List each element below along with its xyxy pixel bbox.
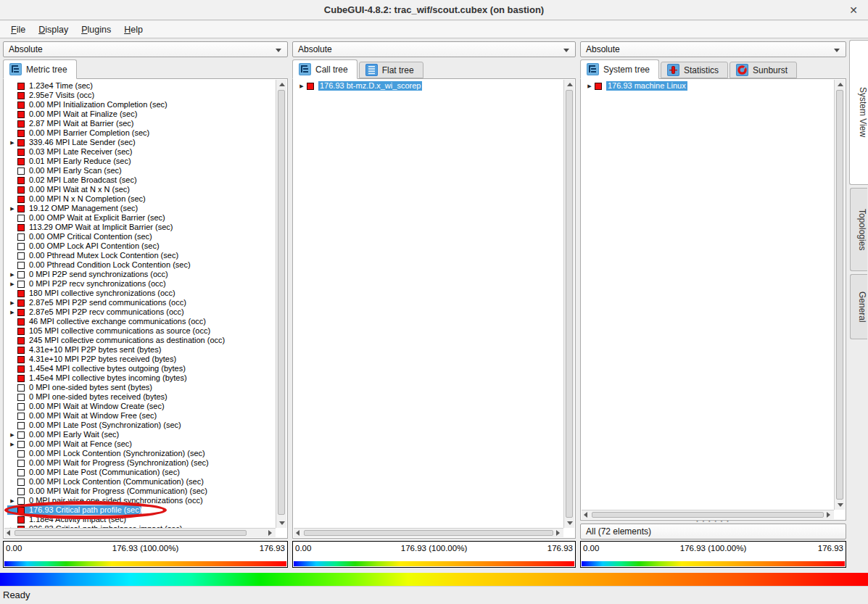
tree-row[interactable]: ▶339.46 MPI Late Sender (sec) bbox=[7, 138, 136, 147]
expand-arrow-icon[interactable]: ▶ bbox=[584, 81, 595, 91]
side-tab-general[interactable]: General bbox=[850, 274, 867, 339]
tree-row[interactable]: 0.00 MPI Lock Contention (Synchronizatio… bbox=[7, 449, 205, 458]
scroll-down-icon[interactable] bbox=[277, 518, 286, 528]
scroll-up-icon[interactable] bbox=[835, 80, 845, 89]
system-tree-vscrollbar[interactable] bbox=[834, 80, 845, 510]
tree-row[interactable]: 0.00 MPI Wait for Progress (Communicatio… bbox=[7, 487, 207, 496]
metric-tree-vscrollbar[interactable] bbox=[276, 80, 286, 528]
tree-row[interactable]: ▶2.87e5 MPI P2P recv communications (occ… bbox=[7, 307, 184, 317]
expand-arrow-icon[interactable]: ▶ bbox=[7, 204, 17, 213]
tree-row[interactable]: 180 MPI collective synchronizations (occ… bbox=[7, 289, 175, 298]
tree-row[interactable]: 0.01 MPI Early Reduce (sec) bbox=[7, 157, 131, 166]
scroll-right-icon[interactable] bbox=[554, 529, 563, 538]
tree-row[interactable]: 0.00 Pthread Mutex Lock Contention (sec) bbox=[7, 251, 178, 260]
tree-row[interactable]: ▶0 MPI P2P recv synchronizations (occ) bbox=[7, 279, 166, 289]
expand-arrow-icon[interactable]: ▶ bbox=[7, 298, 17, 307]
scrollbar-thumb[interactable] bbox=[15, 530, 247, 536]
call-value-mode-select[interactable]: Absolute bbox=[292, 41, 576, 57]
tree-row[interactable]: 176.93 Critical path profile (sec) bbox=[7, 505, 141, 515]
scroll-left-icon[interactable] bbox=[294, 529, 303, 538]
menu-file[interactable]: File bbox=[4, 22, 32, 37]
tree-row[interactable]: 0.00 OMP Wait at Explicit Barrier (sec) bbox=[7, 213, 165, 223]
expand-arrow-icon[interactable]: ▶ bbox=[7, 138, 17, 147]
tree-row[interactable]: 0.00 MPI Initialization Completion (sec) bbox=[7, 100, 168, 109]
tree-row[interactable]: 0.00 MPI Late Post (Communication) (sec) bbox=[7, 468, 180, 477]
tree-row[interactable]: ▶0 MPI P2P send synchronizations (occ) bbox=[7, 270, 168, 279]
menu-display[interactable]: Display bbox=[32, 22, 75, 37]
tree-row[interactable]: 0 MPI one-sided bytes sent (bytes) bbox=[7, 383, 152, 392]
tree-row[interactable]: ▶176.93 machine Linux bbox=[584, 81, 687, 91]
expand-arrow-icon[interactable]: ▶ bbox=[7, 439, 17, 449]
scrollbar-thumb[interactable] bbox=[278, 90, 285, 515]
tab-statistics[interactable]: Statistics bbox=[661, 62, 728, 78]
metric-value-mode-select[interactable]: Absolute bbox=[3, 41, 288, 57]
expand-arrow-icon[interactable]: ▶ bbox=[7, 430, 17, 439]
tab-system-tree[interactable]: System tree bbox=[580, 59, 659, 79]
tree-row[interactable]: 113.29 OMP Wait at Implicit Barrier (sec… bbox=[7, 223, 173, 232]
close-icon[interactable]: ✕ bbox=[846, 3, 861, 17]
metric-tree-hscrollbar[interactable] bbox=[4, 528, 276, 537]
scroll-left-icon[interactable] bbox=[582, 510, 591, 520]
tree-row[interactable]: 0.00 OMP Lock API Contention (sec) bbox=[7, 241, 160, 251]
tree-row[interactable]: 0.00 MPI Wait at Window Create (sec) bbox=[7, 402, 165, 411]
tree-row[interactable]: ▶0.00 MPI Early Wait (sec) bbox=[7, 430, 119, 439]
scroll-right-icon[interactable] bbox=[824, 510, 834, 520]
tree-row[interactable]: 0.02 MPI Late Broadcast (sec) bbox=[7, 175, 137, 185]
tree-row[interactable]: 0.00 MPI N x N Completion (sec) bbox=[7, 194, 146, 204]
tree-row[interactable]: 0.00 MPI Early Scan (sec) bbox=[7, 166, 122, 175]
scroll-right-icon[interactable] bbox=[266, 529, 276, 538]
system-tree-hscrollbar[interactable] bbox=[582, 510, 834, 519]
tree-row[interactable]: 0.03 MPI Late Receiver (sec) bbox=[7, 147, 132, 157]
tree-row[interactable]: 46 MPI collective exchange communication… bbox=[7, 317, 206, 326]
tree-row[interactable]: 0.00 Pthread Condition Lock Contention (… bbox=[7, 260, 191, 270]
tree-row[interactable]: 2.87 MPI Wait at Barrier (sec) bbox=[7, 119, 133, 128]
system-filter-select[interactable]: All (72 elements) bbox=[580, 524, 846, 539]
tree-row[interactable]: 0.00 MPI Wait at N x N (sec) bbox=[7, 185, 130, 194]
tree-row[interactable]: ▶0 MPI pair-wise one-sided synchronizati… bbox=[7, 496, 203, 505]
expand-arrow-icon[interactable]: ▶ bbox=[297, 81, 307, 91]
tree-row[interactable]: 0.00 MPI Wait at Window Free (sec) bbox=[7, 411, 157, 421]
tree-row[interactable]: 0.00 MPI Late Post (Synchronization) (se… bbox=[7, 421, 181, 430]
tree-row[interactable]: 2.95e7 Visits (occ) bbox=[7, 91, 94, 100]
scroll-left-icon[interactable] bbox=[4, 529, 14, 538]
tree-row[interactable]: 4.31e+10 MPI P2P bytes sent (bytes) bbox=[7, 345, 161, 355]
tree-row[interactable]: 0.00 MPI Wait for Progress (Synchronizat… bbox=[7, 458, 209, 468]
scroll-up-icon[interactable] bbox=[565, 80, 574, 89]
menu-help[interactable]: Help bbox=[117, 22, 149, 37]
expand-arrow-icon[interactable]: ▶ bbox=[7, 270, 17, 279]
tree-row[interactable]: 1.18e4 Activity impact (sec) bbox=[7, 515, 126, 524]
side-tab-topologies[interactable]: Topologies bbox=[850, 188, 867, 271]
tab-flat-tree[interactable]: Flat tree bbox=[359, 62, 423, 78]
tree-row[interactable]: 0.00 MPI Lock Contention (Communication)… bbox=[7, 477, 204, 487]
tab-call-tree[interactable]: Call tree bbox=[292, 59, 357, 79]
tree-row[interactable]: 0.00 MPI Wait at Finalize (sec) bbox=[7, 109, 137, 119]
tree-row[interactable]: 105 MPI collective communications as sou… bbox=[7, 326, 210, 336]
scroll-down-icon[interactable] bbox=[565, 518, 574, 528]
tree-row[interactable]: 1.23e4 Time (sec) bbox=[7, 81, 93, 91]
menu-plugins[interactable]: Plugins bbox=[75, 22, 117, 37]
tab-metric-tree[interactable]: Metric tree bbox=[3, 59, 77, 79]
tree-row[interactable]: 1.45e4 MPI collective bytes outgoing (by… bbox=[7, 364, 186, 373]
tree-row[interactable]: ▶0.00 MPI Wait at Fence (sec) bbox=[7, 439, 132, 449]
tree-row[interactable]: 4.31e+10 MPI P2P bytes received (bytes) bbox=[7, 355, 176, 364]
tree-row[interactable]: 245 MPI collective communications as des… bbox=[7, 336, 225, 345]
expand-arrow-icon[interactable]: ▶ bbox=[7, 307, 17, 317]
tree-row[interactable]: 0.00 OMP Critical Contention (sec) bbox=[7, 232, 152, 241]
system-value-mode-select[interactable]: Absolute bbox=[580, 41, 846, 57]
scrollbar-thumb[interactable] bbox=[836, 90, 843, 500]
tree-row[interactable]: 0.00 MPI Barrier Completion (sec) bbox=[7, 128, 149, 138]
tree-row[interactable]: ▶176.93 bt-mz.D.x_wi_scorep bbox=[297, 81, 422, 91]
scroll-down-icon[interactable] bbox=[835, 500, 845, 510]
tree-row[interactable]: ▶2.87e5 MPI P2P send communications (occ… bbox=[7, 298, 186, 307]
tree-row[interactable]: 1.45e4 MPI collective bytes incoming (by… bbox=[7, 373, 187, 383]
call-tree-vscrollbar[interactable] bbox=[563, 80, 574, 528]
scrollbar-thumb[interactable] bbox=[566, 90, 573, 518]
expand-arrow-icon[interactable]: ▶ bbox=[7, 496, 17, 505]
side-tab-system-view[interactable]: System View bbox=[849, 40, 868, 185]
expand-arrow-icon[interactable]: ▶ bbox=[7, 279, 17, 289]
tree-row[interactable]: ▶19.12 OMP Management (sec) bbox=[7, 204, 138, 213]
scrollbar-thumb[interactable] bbox=[304, 530, 553, 536]
call-tree-hscrollbar[interactable] bbox=[294, 528, 563, 537]
scroll-up-icon[interactable] bbox=[277, 80, 286, 89]
scrollbar-thumb[interactable] bbox=[592, 512, 824, 518]
